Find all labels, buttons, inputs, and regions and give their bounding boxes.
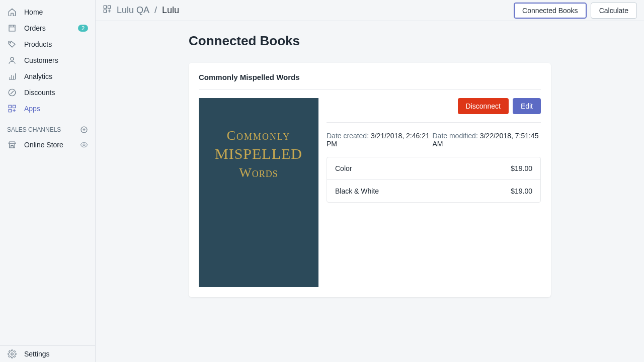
discount-icon — [7, 87, 17, 98]
topbar: Lulu QA / Lulu Connected Books Calculate — [96, 0, 644, 21]
variant-price: $19.00 — [511, 187, 532, 195]
tag-icon — [7, 39, 17, 49]
sidebar-item-label: Orders — [24, 24, 78, 32]
breadcrumb: Lulu QA / Lulu — [103, 5, 179, 16]
cover-text-line1: Commonly — [227, 128, 291, 143]
book-title: Commonly Mispelled Words — [199, 73, 541, 90]
store-icon — [7, 140, 17, 150]
add-channel-icon[interactable] — [80, 126, 88, 134]
sidebar-item-settings[interactable]: Settings — [0, 346, 95, 362]
variant-price: $19.00 — [511, 164, 532, 172]
sidebar-item-discounts[interactable]: Discounts — [0, 84, 95, 101]
sidebar-item-products[interactable]: Products — [0, 36, 95, 52]
variant-name: Color — [335, 164, 352, 172]
breadcrumb-store[interactable]: Lulu QA — [117, 5, 149, 16]
cover-text-line3: Words — [239, 165, 278, 180]
sidebar-item-online-store[interactable]: Online Store — [0, 137, 95, 153]
svg-rect-4 — [13, 105, 16, 108]
calculate-button[interactable]: Calculate — [591, 3, 637, 19]
section-label: SALES CHANNELS — [7, 126, 61, 133]
connected-books-button[interactable]: Connected Books — [514, 3, 587, 19]
svg-rect-5 — [9, 110, 11, 112]
sales-channels-header: SALES CHANNELS — [0, 117, 95, 137]
svg-rect-11 — [104, 10, 106, 13]
svg-rect-10 — [108, 6, 111, 8]
svg-rect-3 — [9, 105, 11, 108]
book-card: Commonly Mispelled Words Commonly MISPEL… — [189, 63, 551, 297]
disconnect-button[interactable]: Disconnect — [458, 98, 509, 114]
variant-row: Black & White $19.00 — [327, 179, 540, 202]
breadcrumb-current: Lulu — [162, 5, 179, 16]
orders-badge: 2 — [78, 25, 88, 32]
book-cover: Commonly MISPELLED Words — [199, 98, 318, 287]
apps-icon — [103, 5, 112, 16]
breadcrumb-separator: / — [154, 5, 157, 16]
svg-point-8 — [11, 353, 14, 355]
variant-name: Black & White — [335, 187, 379, 195]
variant-table: Color $19.00 Black & White $19.00 — [327, 157, 541, 203]
svg-point-1 — [11, 57, 14, 60]
edit-button[interactable]: Edit — [513, 98, 541, 114]
sidebar-item-label: Apps — [24, 105, 88, 113]
analytics-icon — [7, 71, 17, 81]
view-store-icon[interactable] — [80, 141, 88, 149]
sidebar-item-label: Discounts — [24, 88, 88, 97]
sidebar-item-label: Settings — [24, 350, 88, 358]
sidebar-item-label: Customers — [24, 56, 88, 64]
variant-row: Color $19.00 — [327, 157, 540, 179]
person-icon — [7, 55, 17, 65]
svg-point-0 — [10, 42, 11, 43]
sidebar-item-customers[interactable]: Customers — [0, 52, 95, 68]
svg-point-7 — [83, 144, 85, 146]
apps-icon — [7, 104, 17, 114]
sidebar-item-apps[interactable]: Apps — [0, 101, 95, 117]
date-modified: Date modified: 3/22/2018, 7:51:45 AM — [433, 132, 541, 148]
sidebar-item-label: Online Store — [24, 141, 80, 149]
home-icon — [7, 7, 17, 17]
sidebar: Home Orders 2 Products Customers Analyti… — [0, 0, 96, 362]
sidebar-item-label: Analytics — [24, 72, 88, 80]
svg-rect-9 — [104, 6, 106, 8]
date-created: Date created: 3/21/2018, 2:46:21 PM — [327, 132, 433, 148]
gear-icon — [7, 349, 17, 359]
sidebar-item-home[interactable]: Home — [0, 4, 95, 20]
sidebar-item-label: Home — [24, 8, 88, 16]
date-modified-label: Date modified: — [433, 132, 480, 140]
date-created-label: Date created: — [327, 132, 371, 140]
sidebar-item-label: Products — [24, 40, 88, 48]
orders-icon — [7, 23, 17, 33]
sidebar-item-orders[interactable]: Orders 2 — [0, 20, 95, 36]
cover-text-line2: MISPELLED — [215, 145, 302, 162]
sidebar-item-analytics[interactable]: Analytics — [0, 68, 95, 84]
page-title: Connected Books — [189, 33, 551, 49]
